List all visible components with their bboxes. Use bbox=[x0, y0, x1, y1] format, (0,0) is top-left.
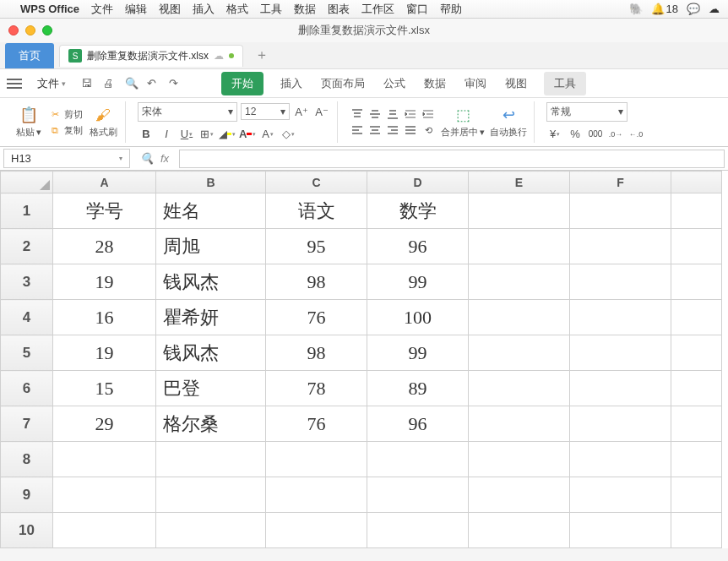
row-header-9[interactable]: 9 bbox=[1, 477, 53, 513]
cell-B7[interactable]: 格尔桑 bbox=[156, 406, 266, 442]
row-header-1[interactable]: 1 bbox=[1, 193, 53, 229]
row-header-3[interactable]: 3 bbox=[1, 264, 53, 300]
menu-help[interactable]: 帮助 bbox=[440, 2, 462, 17]
cell-D3[interactable]: 99 bbox=[367, 264, 469, 300]
bold-button[interactable]: B bbox=[138, 126, 155, 143]
cell-F8[interactable] bbox=[570, 442, 671, 477]
menu-insert[interactable]: 插入 bbox=[193, 2, 215, 17]
cell-B8[interactable] bbox=[156, 442, 266, 477]
cell-A5[interactable]: 19 bbox=[53, 335, 156, 371]
cell-B9[interactable] bbox=[156, 477, 266, 513]
cell-G10[interactable] bbox=[671, 513, 722, 548]
merge-center-button[interactable]: ⬚ 合并居中▾ bbox=[441, 106, 485, 139]
undo-icon[interactable]: ↶ bbox=[147, 77, 160, 90]
cell-G2[interactable] bbox=[671, 229, 722, 264]
cell-E1[interactable] bbox=[469, 193, 570, 229]
row-header-10[interactable]: 10 bbox=[1, 513, 53, 548]
cell-D2[interactable]: 96 bbox=[367, 229, 469, 264]
cell-F9[interactable] bbox=[570, 477, 671, 513]
clear-format-button[interactable]: ◇▾ bbox=[280, 126, 296, 143]
row-header-4[interactable]: 4 bbox=[1, 300, 53, 335]
tab-data[interactable]: 数据 bbox=[422, 71, 448, 96]
cell-C3[interactable]: 98 bbox=[266, 264, 367, 300]
number-format-select[interactable]: 常规▾ bbox=[546, 102, 627, 122]
cell-F10[interactable] bbox=[570, 513, 671, 548]
cell-B2[interactable]: 周旭 bbox=[156, 229, 266, 264]
increase-indent-button[interactable] bbox=[421, 107, 436, 121]
align-center-button[interactable] bbox=[367, 123, 383, 137]
print-icon[interactable]: 🖨 bbox=[103, 77, 117, 90]
cell-D4[interactable]: 100 bbox=[367, 300, 469, 335]
menu-file[interactable]: 文件 bbox=[91, 2, 113, 17]
cell-D1[interactable]: 数学 bbox=[367, 193, 469, 229]
paste-button[interactable]: 📋 粘贴▾ bbox=[14, 106, 44, 139]
border-button[interactable]: ⊞▾ bbox=[198, 126, 215, 143]
new-tab-button[interactable]: ＋ bbox=[255, 46, 269, 64]
format-painter-button[interactable]: 🖌 格式刷 bbox=[88, 106, 118, 139]
cell-A2[interactable]: 28 bbox=[53, 229, 156, 264]
select-all-corner[interactable] bbox=[1, 172, 53, 193]
app-name[interactable]: WPS Office bbox=[20, 3, 79, 15]
cell-E9[interactable] bbox=[469, 477, 570, 513]
cell-E5[interactable] bbox=[469, 335, 570, 371]
cell-E2[interactable] bbox=[469, 229, 570, 264]
cell-E4[interactable] bbox=[469, 300, 570, 335]
tab-tools[interactable]: 工具 bbox=[544, 72, 586, 95]
formula-input[interactable] bbox=[179, 150, 725, 168]
hamburger-icon[interactable] bbox=[7, 79, 22, 89]
cell-C2[interactable]: 95 bbox=[266, 229, 367, 264]
cell-G4[interactable] bbox=[671, 300, 722, 335]
wechat-icon[interactable]: 💬 bbox=[687, 3, 700, 15]
align-right-button[interactable] bbox=[385, 123, 400, 137]
fx-icon[interactable]: fx bbox=[160, 152, 169, 165]
cell-G8[interactable] bbox=[671, 442, 722, 477]
tab-start[interactable]: 开始 bbox=[221, 72, 263, 95]
cell-C9[interactable] bbox=[266, 477, 367, 513]
cell-F7[interactable] bbox=[570, 406, 671, 442]
cell-B3[interactable]: 钱风杰 bbox=[156, 264, 266, 300]
cut-button[interactable]: ✂剪切 bbox=[49, 108, 83, 121]
currency-button[interactable]: ¥▾ bbox=[546, 126, 563, 143]
align-middle-button[interactable] bbox=[367, 107, 383, 121]
col-header-B[interactable]: B bbox=[156, 172, 266, 193]
menu-view[interactable]: 视图 bbox=[159, 2, 181, 17]
cell-E3[interactable] bbox=[469, 264, 570, 300]
save-icon[interactable]: 🖫 bbox=[81, 77, 95, 90]
cell-D5[interactable]: 99 bbox=[367, 335, 469, 371]
menu-data[interactable]: 数据 bbox=[294, 2, 316, 17]
cell-D8[interactable] bbox=[367, 442, 469, 477]
col-header-F[interactable]: F bbox=[570, 172, 671, 193]
redo-icon[interactable]: ↷ bbox=[169, 77, 182, 90]
row-header-8[interactable]: 8 bbox=[1, 442, 53, 477]
cell-F2[interactable] bbox=[570, 229, 671, 264]
cell-A4[interactable]: 16 bbox=[53, 300, 156, 335]
underline-button[interactable]: U▾ bbox=[178, 126, 195, 143]
col-header-C[interactable]: C bbox=[266, 172, 367, 193]
menu-window[interactable]: 窗口 bbox=[406, 2, 428, 17]
cell-D9[interactable] bbox=[367, 477, 469, 513]
cell-C1[interactable]: 语文 bbox=[266, 193, 367, 229]
cell-A6[interactable]: 15 bbox=[53, 371, 156, 406]
col-header-E[interactable]: E bbox=[469, 172, 570, 193]
cell-C7[interactable]: 76 bbox=[266, 406, 367, 442]
cell-G3[interactable] bbox=[671, 264, 722, 300]
align-bottom-button[interactable] bbox=[385, 107, 400, 121]
cell-F4[interactable] bbox=[570, 300, 671, 335]
cell-D7[interactable]: 96 bbox=[367, 406, 469, 442]
tab-formula[interactable]: 公式 bbox=[382, 71, 407, 96]
cell-G1[interactable] bbox=[671, 193, 722, 229]
cell-F1[interactable] bbox=[570, 193, 671, 229]
tab-page-layout[interactable]: 页面布局 bbox=[319, 71, 367, 96]
percent-button[interactable]: % bbox=[567, 126, 584, 143]
wrap-text-button[interactable]: ↩ 自动换行 bbox=[490, 106, 527, 139]
cell-B6[interactable]: 巴登 bbox=[156, 371, 266, 406]
cell-E10[interactable] bbox=[469, 513, 570, 548]
cell-A3[interactable]: 19 bbox=[53, 264, 156, 300]
cloud-icon[interactable]: ☁ bbox=[709, 3, 720, 15]
fill-color-button[interactable]: ◢▾ bbox=[219, 126, 236, 143]
evernote-icon[interactable]: 🐘 bbox=[629, 3, 643, 15]
cell-A7[interactable]: 29 bbox=[53, 406, 156, 442]
increase-decimal-button[interactable]: .0→ bbox=[607, 126, 624, 143]
cell-G9[interactable] bbox=[671, 477, 722, 513]
cell-G7[interactable] bbox=[671, 406, 722, 442]
